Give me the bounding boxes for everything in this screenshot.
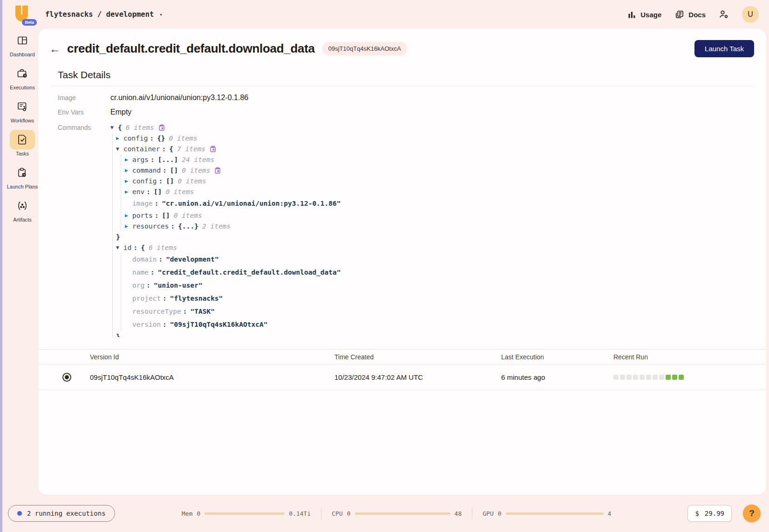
union-logo[interactable]: Beta (14, 4, 33, 25)
recent-run-cell[interactable] (666, 375, 671, 380)
radio-dot (65, 375, 69, 379)
sidebar-item-label: Launch Plans (7, 184, 38, 190)
task-details-section: Task Details Image cr.union.ai/v1/uniona… (38, 69, 766, 337)
docs-link[interactable]: Docs (674, 10, 706, 20)
sidebar-item-dashboard[interactable]: Dashboard (10, 31, 35, 58)
table-header-row: Version Id Time Created Last Execution R… (38, 349, 766, 364)
recent-run-cell[interactable] (653, 375, 658, 380)
recent-run-cell[interactable] (633, 375, 638, 380)
running-executions-pill[interactable]: 2 running executions (8, 505, 115, 522)
sidebar-item-workflows[interactable]: Workflows (10, 97, 35, 124)
json-tree-level-2: domain: "development" name: "credit_defa… (121, 253, 341, 331)
commands-row: Commands ▼ { 6 items ▶ config: {} 0 item… (58, 122, 753, 337)
json-tree: ▼ { 6 items ▶ config: {} 0 items ▼ conta… (110, 122, 341, 337)
json-tree-row: domain: "development" (125, 253, 341, 266)
chevron-down-icon: ▾ (159, 12, 163, 18)
expand-arrow-icon[interactable]: ▶ (125, 157, 132, 162)
commands-label: Commands (58, 122, 110, 133)
sidebar-item-tasks[interactable]: Tasks (10, 130, 35, 157)
footer-bar: 2 running executions Mem 0 0.14Ti CPU 0 … (2, 495, 769, 532)
version-badge: 09sjT10qTq4sK16kAOtxcA (322, 42, 407, 55)
breadcrumb-label: flytesnacks / development (45, 10, 154, 19)
expand-arrow-icon[interactable]: ▶ (125, 168, 132, 173)
launch-task-button[interactable]: Launch Task (694, 40, 754, 57)
help-button[interactable]: ? (743, 505, 761, 522)
cpu-end-value: 48 (455, 510, 462, 517)
copy-icon[interactable] (158, 124, 165, 131)
json-tree-row: ▶ config: [] 0 items (125, 175, 341, 186)
env-vars-label: Env Vars (58, 108, 110, 116)
cell-version-id: 09sjT10qTq4sK16kAOtxcA (90, 373, 334, 381)
sidebar-item-launch-plans[interactable]: Launch Plans (7, 163, 38, 190)
recent-run-cell[interactable] (659, 375, 664, 380)
running-status-dot (17, 511, 22, 516)
topbar: Beta flytesnacks / development ▾ Usage D… (2, 0, 769, 29)
recent-run-cell[interactable] (613, 375, 619, 380)
env-vars-row: Env Vars Empty (58, 108, 753, 116)
json-tree-row: project: "flytesnacks" (125, 292, 341, 305)
column-header-time-created: Time Created (334, 353, 501, 361)
expand-arrow-icon[interactable]: ▶ (125, 179, 132, 183)
image-row: Image cr.union.ai/v1/unionai/union:py3.1… (58, 94, 753, 102)
column-header-version-id: Version Id (90, 353, 334, 361)
cpu-start-value: 0 (347, 510, 351, 517)
mem-start-value: 0 (197, 510, 200, 517)
expand-arrow-icon[interactable]: ▶ (125, 224, 132, 229)
recent-run-cell[interactable] (640, 375, 645, 380)
dashboard-icon (16, 34, 28, 47)
admin-button[interactable] (719, 9, 729, 20)
breadcrumb[interactable]: flytesnacks / development ▾ (45, 10, 163, 19)
expand-arrow-icon[interactable]: ▶ (125, 213, 132, 218)
gpu-label: GPU (483, 510, 493, 517)
executions-icon (16, 67, 28, 80)
cpu-gauge: CPU 0 48 (332, 510, 462, 517)
expand-arrow-icon[interactable]: ▶ (125, 189, 132, 194)
recent-run-cell[interactable] (620, 375, 625, 380)
gauge-divider (321, 507, 321, 519)
beta-badge: Beta (22, 19, 37, 26)
sidebar-item-executions[interactable]: Executions (10, 64, 35, 91)
mem-label: Mem (182, 510, 192, 517)
json-tree-row: ▶ args: [...] 24 items (125, 154, 341, 165)
billing-amount: 29.99 (705, 510, 724, 517)
json-tree-level-1: ▶ config: {} 0 items ▼ container: { 7 it… (112, 133, 341, 337)
copy-icon[interactable] (210, 146, 216, 152)
recent-run-cell[interactable] (672, 375, 677, 380)
mem-bar (204, 512, 285, 515)
image-value: cr.union.ai/v1/unionai/union:py3.12-0.1.… (110, 94, 248, 102)
recent-run-cell[interactable] (679, 375, 684, 380)
json-tree-row: ▶ ports: [] 0 items (125, 210, 341, 221)
usage-label: Usage (640, 11, 661, 19)
column-header-last-execution: Last Execution (501, 353, 613, 361)
launch-plans-icon (16, 167, 28, 179)
json-tree-level-2: ▶ args: [...] 24 items ▶ command: [] 0 i… (121, 154, 341, 231)
collapse-arrow-icon[interactable]: ▼ (110, 125, 118, 130)
avatar[interactable]: U (742, 6, 759, 23)
usage-link[interactable]: Usage (627, 10, 661, 19)
cpu-bar (355, 512, 450, 515)
cell-time-created: 10/23/2024 9:47:02 AM UTC (334, 373, 501, 381)
billing-button[interactable]: $ 29.99 (687, 505, 732, 522)
mem-end-value: 0.14Ti (289, 510, 311, 517)
main-panel: ← credit_default.credit_default.download… (38, 29, 766, 495)
recent-run-cell[interactable] (646, 375, 651, 380)
json-tree-row: ▶ env: [] 0 items (125, 186, 341, 197)
copy-icon[interactable] (214, 167, 221, 174)
sidebar-item-label: Workflows (11, 118, 34, 124)
collapse-arrow-icon[interactable]: ▼ (116, 147, 123, 151)
version-radio-selected[interactable] (62, 373, 71, 382)
sidebar-item-artifacts[interactable]: Artifacts (10, 196, 35, 223)
collapse-arrow-icon[interactable]: ▼ (116, 245, 123, 250)
expand-arrow-icon[interactable]: ▶ (116, 136, 123, 141)
table-row[interactable]: 09sjT10qTq4sK16kAOtxcA 10/23/2024 9:47:0… (38, 364, 766, 390)
sidebar-item-label: Artifacts (13, 217, 32, 223)
gpu-end-value: 4 (608, 510, 612, 517)
column-header-recent-run: Recent Run (613, 353, 766, 361)
json-tree-row: version: "09sjT10qTq4sK16kAOtxcA" (125, 318, 341, 331)
topbar-actions: Usage Docs U (627, 6, 759, 23)
back-button[interactable]: ← (49, 43, 61, 54)
recent-run-cell[interactable] (626, 375, 632, 380)
json-tree-row: ▶ resources: {...} 2 items (125, 221, 341, 231)
env-vars-value: Empty (110, 108, 131, 116)
gpu-start-value: 0 (498, 510, 502, 517)
